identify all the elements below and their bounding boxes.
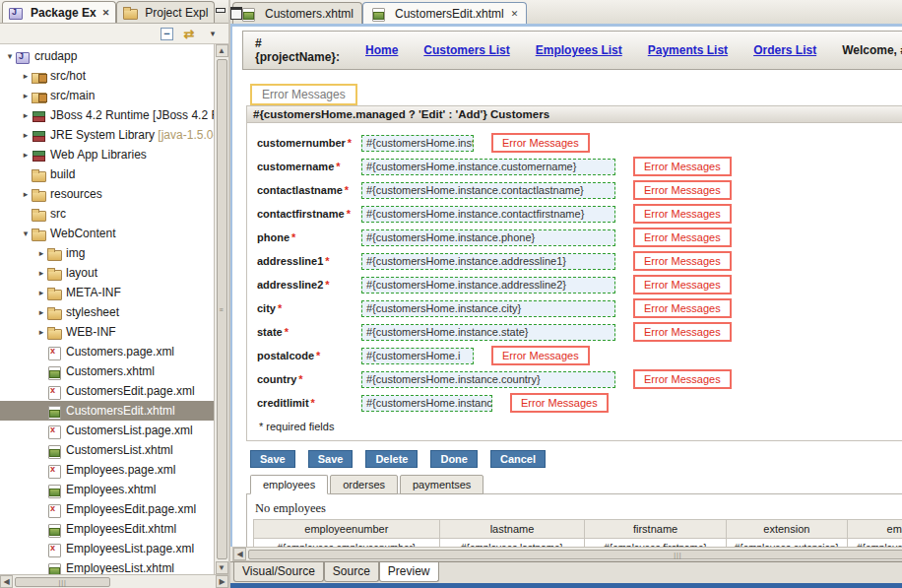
link-with-editor-icon[interactable]: ⇄ [181,26,197,41]
tree-item-customers-page-xml[interactable]: Customers.page.xml [0,342,214,361]
close-icon[interactable]: ✕ [511,9,519,19]
contactfirstname-input[interactable]: #{customersHome.instance.contactfirstnam… [361,206,615,223]
folder-icon [32,208,46,221]
expand-arrow-icon[interactable]: ▸ [35,327,47,337]
tree-item-web-app-libraries[interactable]: ▸Web App Libraries [0,145,214,164]
expand-arrow-icon[interactable]: ▸ [20,110,32,120]
action-buttons: SaveSaveDeleteDoneCancel [250,450,902,468]
state-input[interactable]: #{customersHome.instance.state} [361,324,615,341]
tree-item-src-main[interactable]: ▸src/main [0,86,214,105]
tree-item-employeesedit-xhtml[interactable]: EmployeesEdit.xhtml [0,519,214,539]
cancel-button[interactable]: Cancel [490,450,546,468]
folder-icon [47,306,62,319]
tree-item-employees-xhtml[interactable]: Employees.xhtml [0,480,214,499]
tree-item-jboss-4-2-runtime-jboss-4-2-runt[interactable]: ▸JBoss 4.2 Runtime [JBoss 4.2 Runt [0,105,214,125]
editor-tab-customers-xhtml[interactable]: Customers.xhtml [232,2,362,24]
form-row-addressline1: addressline1*#{customersHome.instance.ad… [257,249,902,273]
tree-horizontal-scrollbar[interactable]: ◀ ||| ▶ [0,574,228,588]
expand-arrow-icon[interactable]: ▸ [20,150,32,160]
expand-arrow-icon[interactable]: ▸ [20,91,32,100]
customername-input[interactable]: #{customersHome.instance.customername} [361,159,615,175]
nav-link-home[interactable]: Home [365,43,398,57]
minimize-icon[interactable] [215,7,226,17]
scroll-right-icon[interactable]: ▶ [216,575,228,588]
done-button[interactable]: Done [430,450,478,468]
tree-item-web-inf[interactable]: ▸WEB-INF [0,322,214,342]
detail-tabs: employeesordersespaymentses [250,475,902,494]
expand-arrow-icon[interactable]: ▸ [35,248,47,258]
form-row-country: country*#{customersHome.instance.country… [257,367,902,391]
tab-package-ex[interactable]: Package Ex✕ [2,1,116,23]
tree-item-jre-system-library[interactable]: ▸JRE System Library [java-1.5.0-su [0,125,214,145]
addressline2-input[interactable]: #{customersHome.instance.addressline2} [361,277,615,294]
nav-link-orders-list[interactable]: Orders List [753,43,816,57]
editor-tab-customersedit-xhtml[interactable]: CustomersEdit.xhtml✕ [362,2,527,24]
expand-arrow-icon[interactable]: ▸ [20,71,32,81]
tree-item-crudapp[interactable]: ▾crudapp [0,46,214,66]
tree-item-src-hot[interactable]: ▸src/hot [0,66,214,86]
collapse-arrow-icon[interactable]: ▾ [20,229,32,238]
tab-orderses[interactable]: orderses [330,475,398,494]
tree-item-layout[interactable]: ▸layout [0,263,214,283]
tree-item-img[interactable]: ▸img [0,243,214,263]
tree-item-customersedit-xhtml[interactable]: CustomersEdit.xhtml [0,401,214,421]
collapse-all-icon[interactable]: − [161,28,173,40]
tree-item-stylesheet[interactable]: ▸stylesheet [0,302,214,322]
tab-source[interactable]: Source [324,562,379,582]
nav-link-customers-list[interactable]: Customers List [423,43,509,57]
scroll-down-icon[interactable]: ▼ [216,561,228,574]
tree-item-customerslist-xhtml[interactable]: CustomersList.xhtml [0,440,214,460]
scrollbar-thumb[interactable]: ≡ [217,59,227,559]
nav-link-employees-list[interactable]: Employees List [536,43,622,57]
collapse-arrow-icon[interactable]: ▾ [4,51,16,61]
required-asterisk: * [316,350,320,361]
phone-input[interactable]: #{customersHome.instance.phone} [361,229,615,246]
customernumber-input[interactable]: #{customersHome.instanc [361,135,474,152]
tree-item-meta-inf[interactable]: ▸META-INF [0,283,214,302]
country-input[interactable]: #{customersHome.instance.country} [361,371,615,388]
tree-item-label: Customers.page.xml [66,345,174,359]
nav-link-payments-list[interactable]: Payments List [648,43,728,57]
scroll-up-icon[interactable]: ▲ [216,44,228,57]
tree-item-build[interactable]: build [0,164,214,184]
scrollbar-thumb[interactable]: ||| [15,577,110,587]
city-input[interactable]: #{customersHome.instance.city} [361,300,615,317]
view-menu-icon[interactable]: ▾ [205,26,221,41]
tab-employees[interactable]: employees [250,475,328,494]
expand-arrow-icon[interactable]: ▸ [20,130,32,140]
tree-item-label: Web App Libraries [50,148,147,162]
tab-project-expl[interactable]: Project Expl [116,1,215,23]
expand-arrow-icon[interactable]: ▸ [35,268,47,278]
tree-vertical-scrollbar[interactable]: ▲ ≡ ▼ [214,44,228,574]
expand-arrow-icon[interactable]: ▸ [20,189,32,199]
tree-item-resources[interactable]: ▸resources [0,184,214,204]
contactlastname-input[interactable]: #{customersHome.instance.contactlastname… [361,182,615,199]
addressline1-input[interactable]: #{customersHome.instance.addressline1} [361,253,615,270]
maximize-icon[interactable] [230,7,241,17]
tree-item-customersedit-page-xml[interactable]: CustomersEdit.page.xml [0,381,214,401]
tree-item-employees-page-xml[interactable]: Employees.page.xml [0,460,214,480]
tab-paymentses[interactable]: paymentses [400,475,483,494]
package-explorer-icon [9,6,23,19]
tab-visual-source[interactable]: Visual/Source [233,562,324,582]
save-button[interactable]: Save [250,450,295,468]
scroll-left-icon[interactable]: ◀ [0,575,13,588]
creditlimit-input[interactable]: #{customersHome.instanc [361,395,492,412]
tree-item-customers-xhtml[interactable]: Customers.xhtml [0,361,214,381]
scrollbar-thumb[interactable]: ||| [248,550,902,559]
delete-button[interactable]: Delete [365,450,418,468]
save-button-2[interactable]: Save [308,450,354,468]
postalcode-input[interactable]: #{customersHome.i [361,348,474,364]
tree-item-customerslist-page-xml[interactable]: CustomersList.page.xml [0,421,214,440]
tree-item-webcontent[interactable]: ▾WebContent [0,224,214,243]
editor-horizontal-scrollbar[interactable]: ◀ ||| [232,547,902,561]
scroll-left-icon[interactable]: ◀ [233,548,246,560]
tree-item-src[interactable]: src [0,204,214,224]
tree-item-employeesedit-page-xml[interactable]: EmployeesEdit.page.xml [0,499,214,519]
tree-item-employeeslist-xhtml[interactable]: EmployeesList.xhtml [0,558,214,574]
close-icon[interactable]: ✕ [102,8,110,18]
expand-arrow-icon[interactable]: ▸ [35,307,47,317]
tab-preview[interactable]: Preview [379,562,439,582]
tree-item-employeeslist-page-xml[interactable]: EmployeesList.page.xml [0,539,214,558]
expand-arrow-icon[interactable]: ▸ [35,288,47,297]
